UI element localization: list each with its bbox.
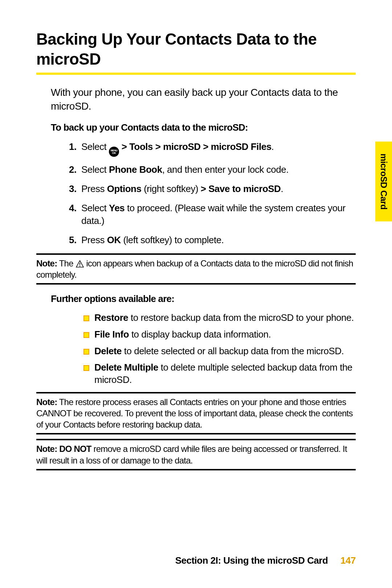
option-delete-multiple: Delete Multiple to delete multiple selec… (83, 362, 356, 386)
title-rule (36, 73, 356, 75)
steps-list: 1. Select MENUOK > Tools > microSD > mic… (69, 140, 356, 247)
options-list: Restore to restore backup data from the … (83, 312, 356, 386)
svg-point-2 (79, 265, 80, 266)
note-incomplete: Note: The icon appears when backup of a … (36, 253, 356, 285)
page-title: Backing Up Your Contacts Data to the mic… (36, 29, 356, 69)
page-number: 147 (340, 555, 356, 566)
note-do-not-remove: Note: DO NOT remove a microSD card while… (36, 439, 356, 470)
warning-icon (75, 260, 84, 268)
step-2: 2. Select Phone Book, and then enter you… (69, 163, 356, 176)
step-num: 3. (69, 183, 81, 195)
bullet-icon (83, 315, 89, 321)
step-num: 4. (69, 202, 81, 227)
step-num: 2. (69, 163, 81, 176)
footer: Section 2I: Using the microSD Card 147 (175, 555, 356, 566)
note-restore-warning: Note: The restore process erases all Con… (36, 392, 356, 435)
step-text: Select Yes to proceed. (Please wait whil… (81, 202, 356, 227)
step-text: Press OK (left softkey) to complete. (81, 234, 356, 246)
subhead-backup: To back up your Contacts data to the mic… (51, 122, 356, 133)
step-5: 5. Press OK (left softkey) to complete. (69, 234, 356, 246)
bullet-icon (83, 332, 89, 338)
step-num: 5. (69, 234, 81, 246)
intro-text: With your phone, you can easily back up … (51, 86, 356, 113)
option-restore: Restore to restore backup data from the … (83, 312, 356, 324)
step-text: Press Options (right softkey) > Save to … (81, 183, 356, 195)
page-body: Backing Up Your Contacts Data to the mic… (0, 0, 392, 501)
step-4: 4. Select Yes to proceed. (Please wait w… (69, 202, 356, 227)
bullet-icon (83, 349, 89, 355)
option-delete: Delete to delete selected or all backup … (83, 345, 356, 358)
step-1: 1. Select MENUOK > Tools > microSD > mic… (69, 140, 356, 157)
bullet-icon (83, 365, 89, 371)
step-text: Select Phone Book, and then enter your l… (81, 163, 356, 176)
step-num: 1. (69, 140, 81, 157)
option-fileinfo: File Info to display backup data informa… (83, 328, 356, 341)
step-3: 3. Press Options (right softkey) > Save … (69, 183, 356, 195)
step-text: Select MENUOK > Tools > microSD > microS… (81, 140, 356, 157)
menu-ok-icon: MENUOK (109, 147, 119, 157)
subhead-further: Further options available are: (51, 293, 356, 305)
footer-section: Section 2I: Using the microSD Card (175, 555, 328, 566)
